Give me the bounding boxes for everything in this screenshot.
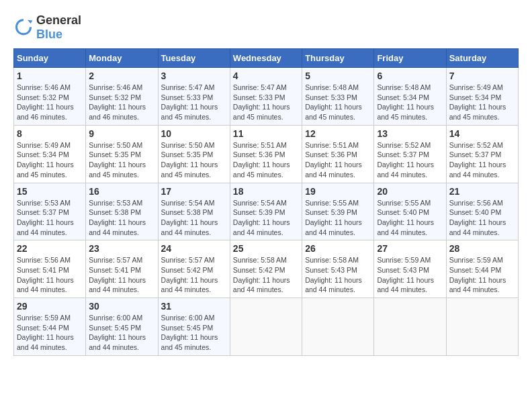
- calendar-cell: 19Sunrise: 5:55 AM Sunset: 5:39 PM Dayli…: [302, 183, 374, 240]
- calendar-cell: 8Sunrise: 5:49 AM Sunset: 5:34 PM Daylig…: [14, 125, 86, 183]
- col-header-sunday: Sunday: [14, 49, 86, 68]
- calendar-table: SundayMondayTuesdayWednesdayThursdayFrid…: [13, 48, 519, 356]
- calendar-cell: 16Sunrise: 5:53 AM Sunset: 5:38 PM Dayli…: [86, 183, 158, 240]
- calendar-cell: [230, 298, 302, 356]
- calendar-cell: 5Sunrise: 5:48 AM Sunset: 5:33 PM Daylig…: [302, 68, 374, 126]
- col-header-monday: Monday: [86, 49, 158, 68]
- calendar-cell: 29Sunrise: 5:59 AM Sunset: 5:44 PM Dayli…: [14, 298, 86, 356]
- calendar-cell: 1Sunrise: 5:46 AM Sunset: 5:32 PM Daylig…: [14, 68, 86, 126]
- col-header-friday: Friday: [374, 49, 446, 68]
- calendar-cell: 31Sunrise: 6:00 AM Sunset: 5:45 PM Dayli…: [158, 298, 230, 356]
- calendar-week-1: 8Sunrise: 5:49 AM Sunset: 5:34 PM Daylig…: [14, 125, 519, 183]
- calendar-cell: 4Sunrise: 5:47 AM Sunset: 5:33 PM Daylig…: [230, 68, 302, 126]
- calendar-cell: 27Sunrise: 5:59 AM Sunset: 5:43 PM Dayli…: [374, 240, 446, 298]
- logo: General Blue: [13, 13, 81, 42]
- calendar-week-3: 22Sunrise: 5:56 AM Sunset: 5:41 PM Dayli…: [14, 240, 519, 298]
- calendar-cell: 28Sunrise: 5:59 AM Sunset: 5:44 PM Dayli…: [446, 240, 518, 298]
- logo-text: General Blue: [36, 13, 81, 42]
- calendar-cell: 14Sunrise: 5:52 AM Sunset: 5:37 PM Dayli…: [446, 125, 518, 183]
- calendar-cell: 26Sunrise: 5:58 AM Sunset: 5:43 PM Dayli…: [302, 240, 374, 298]
- calendar-cell: [446, 298, 518, 356]
- calendar-cell: 7Sunrise: 5:49 AM Sunset: 5:34 PM Daylig…: [446, 68, 518, 126]
- logo-icon: [13, 17, 34, 38]
- calendar-week-4: 29Sunrise: 5:59 AM Sunset: 5:44 PM Dayli…: [14, 298, 519, 356]
- calendar-cell: 22Sunrise: 5:56 AM Sunset: 5:41 PM Dayli…: [14, 240, 86, 298]
- calendar-cell: 17Sunrise: 5:54 AM Sunset: 5:38 PM Dayli…: [158, 183, 230, 240]
- calendar-cell: 23Sunrise: 5:57 AM Sunset: 5:41 PM Dayli…: [86, 240, 158, 298]
- calendar-cell: 15Sunrise: 5:53 AM Sunset: 5:37 PM Dayli…: [14, 183, 86, 240]
- calendar-cell: 10Sunrise: 5:50 AM Sunset: 5:35 PM Dayli…: [158, 125, 230, 183]
- col-header-tuesday: Tuesday: [158, 49, 230, 68]
- col-header-thursday: Thursday: [302, 49, 374, 68]
- calendar-cell: 13Sunrise: 5:52 AM Sunset: 5:37 PM Dayli…: [374, 125, 446, 183]
- calendar-cell: 9Sunrise: 5:50 AM Sunset: 5:35 PM Daylig…: [86, 125, 158, 183]
- calendar-cell: 30Sunrise: 6:00 AM Sunset: 5:45 PM Dayli…: [86, 298, 158, 356]
- calendar-cell: 18Sunrise: 5:54 AM Sunset: 5:39 PM Dayli…: [230, 183, 302, 240]
- calendar-cell: 3Sunrise: 5:47 AM Sunset: 5:33 PM Daylig…: [158, 68, 230, 126]
- calendar-cell: [374, 298, 446, 356]
- calendar-cell: 2Sunrise: 5:46 AM Sunset: 5:32 PM Daylig…: [86, 68, 158, 126]
- col-header-wednesday: Wednesday: [230, 49, 302, 68]
- col-header-saturday: Saturday: [446, 49, 518, 68]
- calendar-cell: 25Sunrise: 5:58 AM Sunset: 5:42 PM Dayli…: [230, 240, 302, 298]
- calendar-cell: 20Sunrise: 5:55 AM Sunset: 5:40 PM Dayli…: [374, 183, 446, 240]
- calendar-week-2: 15Sunrise: 5:53 AM Sunset: 5:37 PM Dayli…: [14, 183, 519, 240]
- page-header: General Blue: [13, 13, 519, 42]
- calendar-cell: [302, 298, 374, 356]
- calendar-cell: 6Sunrise: 5:48 AM Sunset: 5:34 PM Daylig…: [374, 68, 446, 126]
- calendar-cell: 24Sunrise: 5:57 AM Sunset: 5:42 PM Dayli…: [158, 240, 230, 298]
- calendar-week-0: 1Sunrise: 5:46 AM Sunset: 5:32 PM Daylig…: [14, 68, 519, 126]
- calendar-cell: 21Sunrise: 5:56 AM Sunset: 5:40 PM Dayli…: [446, 183, 518, 240]
- calendar-cell: 12Sunrise: 5:51 AM Sunset: 5:36 PM Dayli…: [302, 125, 374, 183]
- calendar-cell: 11Sunrise: 5:51 AM Sunset: 5:36 PM Dayli…: [230, 125, 302, 183]
